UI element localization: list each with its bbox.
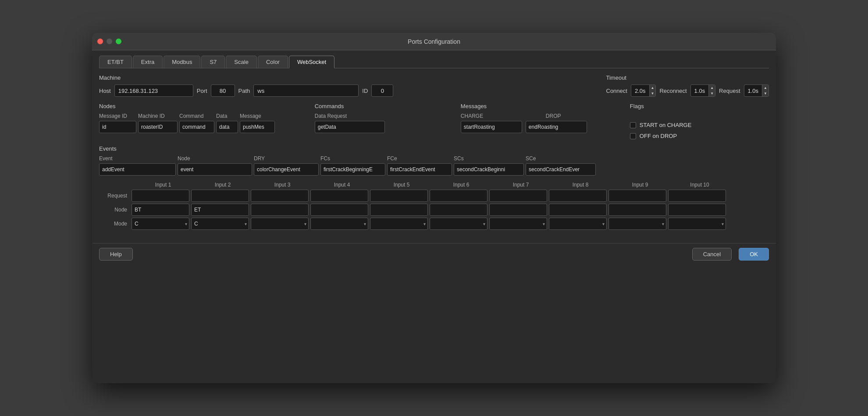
request-input-7[interactable] xyxy=(489,190,547,202)
nodes-section: Nodes Message ID Machine ID Command Data… xyxy=(99,103,308,139)
nodes-command-input[interactable] xyxy=(179,121,214,133)
tab-websocket[interactable]: WebSocket xyxy=(289,56,334,68)
events-fce-input[interactable] xyxy=(387,163,452,176)
mode-select-2[interactable]: C F xyxy=(191,218,249,230)
id-label: ID xyxy=(362,88,368,94)
mode-dropdown-1: C F ▾ xyxy=(132,218,189,230)
tab-modbus[interactable]: Modbus xyxy=(164,56,200,68)
maximize-button[interactable] xyxy=(116,39,121,44)
request-input-2[interactable] xyxy=(191,190,249,202)
commands-datareq-input[interactable] xyxy=(315,121,385,133)
mode-select-8[interactable] xyxy=(549,218,607,230)
node-input-7[interactable] xyxy=(489,204,547,216)
messages-section: Messages CHARGE DROP xyxy=(461,103,623,139)
minimize-button[interactable] xyxy=(107,39,112,44)
nodes-message-input[interactable] xyxy=(240,121,275,133)
mode-dropdown-7: ▾ xyxy=(489,218,547,230)
inputs-header-row: Input 1 Input 2 Input 3 Input 4 Input 5 … xyxy=(99,182,769,188)
request-input-9[interactable] xyxy=(608,190,666,202)
reconnect-up[interactable]: ▲ xyxy=(709,85,715,91)
messages-charge-input[interactable] xyxy=(461,121,522,133)
id-input[interactable] xyxy=(371,85,393,97)
events-label: Events xyxy=(99,145,769,152)
node-input-5[interactable] xyxy=(370,204,428,216)
nodes-col-message: Message xyxy=(240,113,275,119)
messages-drop-input[interactable] xyxy=(526,121,587,133)
flag-off-drop: OFF on DROP xyxy=(630,133,769,139)
mode-select-4[interactable] xyxy=(310,218,368,230)
tab-scale[interactable]: Scale xyxy=(226,56,257,68)
mode-select-5[interactable] xyxy=(370,218,428,230)
request-input-3[interactable] xyxy=(251,190,309,202)
nodes-msgid-input[interactable] xyxy=(99,121,136,133)
tab-extra[interactable]: Extra xyxy=(133,56,163,68)
events-section: Events Event Node DRY FCs FCe SCs SCe xyxy=(99,145,769,176)
inputs-col-8: Input 8 xyxy=(551,182,609,188)
host-label: Host xyxy=(99,88,111,94)
request-input-1[interactable] xyxy=(132,190,189,202)
tab-color[interactable]: Color xyxy=(258,56,288,68)
connect-up[interactable]: ▲ xyxy=(650,85,656,91)
flag-start-charge-label: START on CHARGE xyxy=(640,122,691,128)
messages-label: Messages xyxy=(461,103,623,109)
mode-select-7[interactable] xyxy=(489,218,547,230)
tab-etbt[interactable]: ET/BT xyxy=(99,56,132,68)
timeout-block: Timeout Connect 2.0s ▲ ▼ Reconnect 1 xyxy=(596,74,769,97)
node-input-1[interactable] xyxy=(132,204,189,216)
inputs-section: Input 1 Input 2 Input 3 Input 4 Input 5 … xyxy=(99,182,769,230)
window-controls xyxy=(97,39,121,44)
machine-label: Machine xyxy=(99,74,596,81)
mode-select-9[interactable] xyxy=(608,218,666,230)
mode-select-1[interactable]: C F xyxy=(132,218,189,230)
events-sce-input[interactable] xyxy=(526,163,596,176)
mode-dropdown-3: C ▾ xyxy=(251,218,309,230)
node-input-2[interactable] xyxy=(191,204,249,216)
nodes-row xyxy=(99,121,308,133)
mode-select-3[interactable]: C xyxy=(251,218,309,230)
request-up[interactable]: ▲ xyxy=(762,85,768,91)
flag-off-drop-checkbox[interactable] xyxy=(630,133,636,139)
request-down[interactable]: ▼ xyxy=(762,91,768,96)
nodes-data-input[interactable] xyxy=(216,121,238,133)
events-col-event: Event xyxy=(99,155,176,162)
port-input[interactable] xyxy=(211,85,235,97)
flag-start-charge-checkbox[interactable] xyxy=(630,122,636,128)
nodes-header: Message ID Machine ID Command Data Messa… xyxy=(99,113,308,119)
events-node-input[interactable] xyxy=(178,163,252,176)
help-button[interactable]: Help xyxy=(99,248,133,261)
request-input-10[interactable] xyxy=(668,190,726,202)
mode-select-6[interactable] xyxy=(430,218,487,230)
ok-button[interactable]: OK xyxy=(739,248,769,261)
request-input-5[interactable] xyxy=(370,190,428,202)
node-input-6[interactable] xyxy=(430,204,487,216)
node-input-9[interactable] xyxy=(608,204,666,216)
inputs-col-10: Input 10 xyxy=(671,182,729,188)
events-scs-input[interactable] xyxy=(454,163,524,176)
node-input-3[interactable] xyxy=(251,204,309,216)
events-fcs-input[interactable] xyxy=(320,163,385,176)
node-input-4[interactable] xyxy=(310,204,368,216)
port-label: Port xyxy=(197,88,207,94)
request-input-4[interactable] xyxy=(310,190,368,202)
host-input[interactable] xyxy=(114,85,193,97)
node-input-8[interactable] xyxy=(549,204,607,216)
events-header: Event Node DRY FCs FCe SCs SCe xyxy=(99,155,769,162)
reconnect-down[interactable]: ▼ xyxy=(709,91,715,96)
connect-down[interactable]: ▼ xyxy=(650,91,656,96)
cancel-button[interactable]: Cancel xyxy=(692,248,732,261)
events-col-scs: SCs xyxy=(454,155,524,162)
nodes-machineid-input[interactable] xyxy=(138,121,178,133)
events-col-fce: FCe xyxy=(387,155,452,162)
events-event-input[interactable] xyxy=(99,163,176,176)
inputs-col-7: Input 7 xyxy=(492,182,550,188)
request-input-6[interactable] xyxy=(430,190,487,202)
request-input-8[interactable] xyxy=(549,190,607,202)
mode-select-10[interactable] xyxy=(668,218,726,230)
close-button[interactable] xyxy=(97,39,103,44)
request-row-label: Request xyxy=(99,193,130,199)
messages-col-charge: CHARGE xyxy=(461,113,518,119)
tab-s7[interactable]: S7 xyxy=(201,56,225,68)
path-input[interactable] xyxy=(253,85,359,97)
events-dry-input[interactable] xyxy=(254,163,319,176)
node-input-10[interactable] xyxy=(668,204,726,216)
